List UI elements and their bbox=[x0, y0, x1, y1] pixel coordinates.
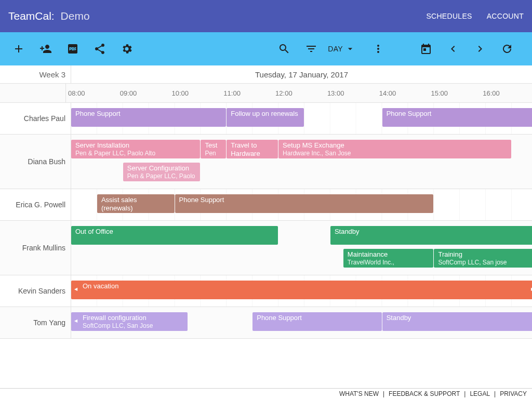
event-title: Phone Support bbox=[387, 110, 532, 118]
event[interactable]: TrainingSoftComp LLC, San jose bbox=[434, 249, 532, 268]
event[interactable]: Server InstallationPen & Paper LLC, Paol… bbox=[71, 140, 200, 158]
prev-button[interactable] bbox=[443, 38, 463, 59]
footer-whats-new[interactable]: WHAT'S NEW bbox=[339, 390, 379, 397]
view-label: DAY bbox=[328, 45, 343, 53]
date-label: Tuesday, 17 January, 2017 bbox=[71, 65, 532, 83]
event[interactable]: Phone Support bbox=[382, 108, 532, 127]
share-button[interactable] bbox=[89, 38, 110, 59]
footer-privacy[interactable]: PRIVACY bbox=[500, 390, 527, 397]
row-person-name: Tom Yang bbox=[0, 307, 71, 338]
time-label: 10:00 bbox=[170, 84, 189, 102]
person-add-icon bbox=[39, 43, 52, 55]
row-timeline[interactable]: Phone SupportFollow up on renewalsPhone … bbox=[71, 103, 532, 134]
add-person-button[interactable] bbox=[35, 38, 56, 59]
event[interactable]: MaintainanceTravelWorld Inc., bbox=[343, 249, 434, 268]
nav-schedules[interactable]: SCHEDULES bbox=[426, 12, 472, 20]
row-person-name: Frank Mullins bbox=[0, 221, 71, 275]
schedule-row: Diana BushServer InstallationPen & Paper… bbox=[0, 135, 532, 189]
event[interactable]: Phone Support bbox=[71, 108, 226, 127]
schedule-rows: Charles PaulPhone SupportFollow up on re… bbox=[0, 103, 532, 339]
export-pdf-button[interactable] bbox=[62, 38, 83, 59]
row-person-name: Kevin Sanders bbox=[0, 275, 71, 307]
filter-button[interactable] bbox=[301, 38, 322, 59]
event[interactable]: Firewall configurationSoftComp LLC, San … bbox=[71, 312, 188, 331]
search-button[interactable] bbox=[274, 38, 295, 59]
calendar-today-icon bbox=[420, 43, 432, 55]
event-title: Server Configuration bbox=[127, 164, 196, 172]
share-icon bbox=[94, 43, 106, 55]
event-subtitle: Hardware Inc., San Jose bbox=[283, 150, 507, 157]
chevron-left-icon bbox=[447, 43, 459, 55]
more-vert-icon bbox=[372, 43, 384, 55]
row-timeline[interactable]: Assist sales (renewals)Phone Support bbox=[71, 189, 532, 220]
add-button[interactable] bbox=[8, 38, 29, 59]
event[interactable]: Server ConfigurationPen & Paper LLC, Pao… bbox=[123, 163, 201, 181]
event-subtitle: SoftComp LLC, San Jose bbox=[83, 322, 183, 330]
event-title: Training bbox=[438, 250, 532, 259]
gear-icon bbox=[121, 43, 133, 55]
event[interactable]: Travel to Hardware bbox=[227, 140, 278, 158]
event-subtitle: SoftComp LLC, San jose bbox=[438, 259, 532, 267]
row-person-name: Charles Paul bbox=[0, 103, 71, 134]
event-title: Phone Support bbox=[75, 110, 222, 118]
event-title: Follow up on renewals bbox=[231, 110, 300, 118]
event-title: Assist sales (renewals) bbox=[101, 196, 170, 213]
event-title: Standby bbox=[387, 314, 532, 322]
row-person-name: Diana Bush bbox=[0, 135, 71, 189]
event-title: Setup MS Exchange bbox=[283, 141, 507, 150]
week-label: Week 3 bbox=[0, 65, 71, 83]
pdf-icon bbox=[66, 43, 79, 55]
row-timeline[interactable]: Out of OfficeStandbyMaintainanceTravelWo… bbox=[71, 221, 532, 275]
event-title: Maintainance bbox=[348, 250, 430, 259]
time-label: 08:00 bbox=[66, 84, 85, 102]
event[interactable]: TestPen bbox=[201, 140, 226, 158]
event[interactable]: Standby bbox=[330, 226, 532, 245]
event-title: Travel to Hardware bbox=[231, 141, 274, 158]
next-button[interactable] bbox=[470, 38, 490, 59]
footer-legal[interactable]: LEGAL bbox=[470, 390, 490, 397]
plus-icon bbox=[12, 43, 25, 55]
more-button[interactable] bbox=[368, 38, 389, 59]
event[interactable]: Setup MS ExchangeHardware Inc., San Jose bbox=[278, 140, 511, 158]
time-label: 09:00 bbox=[118, 84, 137, 102]
settings-button[interactable] bbox=[116, 38, 137, 59]
refresh-button[interactable] bbox=[497, 38, 517, 59]
event[interactable]: Out of Office bbox=[71, 226, 278, 245]
event[interactable]: Follow up on renewals bbox=[227, 108, 304, 127]
time-label: 14:00 bbox=[377, 84, 396, 102]
row-timeline[interactable]: Firewall configurationSoftComp LLC, San … bbox=[71, 307, 532, 338]
time-label: 16:00 bbox=[481, 84, 500, 102]
row-timeline[interactable]: On vacation bbox=[71, 275, 532, 307]
event[interactable]: Phone Support bbox=[175, 194, 434, 213]
footer-feedback[interactable]: FEEDBACK & SUPPORT bbox=[389, 390, 460, 397]
refresh-icon bbox=[501, 43, 513, 55]
app-subtitle: Demo bbox=[61, 10, 90, 22]
event[interactable]: Assist sales (renewals) bbox=[97, 194, 175, 213]
topbar: TeamCal: Demo SCHEDULES ACCOUNT bbox=[0, 0, 532, 32]
date-header: Week 3 Tuesday, 17 January, 2017 bbox=[0, 65, 532, 84]
schedule-row: Charles PaulPhone SupportFollow up on re… bbox=[0, 103, 532, 135]
event-title: Phone Support bbox=[257, 314, 377, 322]
schedule-row: Frank MullinsOut of OfficeStandbyMaintai… bbox=[0, 221, 532, 275]
event[interactable]: On vacation bbox=[71, 281, 532, 299]
chevron-right-icon bbox=[474, 43, 486, 55]
event-title: Phone Support bbox=[179, 196, 430, 204]
row-person-name: Erica G. Powell bbox=[0, 189, 71, 220]
filter-icon bbox=[305, 43, 317, 55]
event-title: Standby bbox=[335, 228, 532, 236]
nav-account[interactable]: ACCOUNT bbox=[487, 12, 524, 20]
schedule-row: Kevin SandersOn vacation bbox=[0, 275, 532, 307]
time-label: 15:00 bbox=[429, 84, 448, 102]
event-subtitle: TravelWorld Inc., bbox=[348, 259, 430, 267]
event-subtitle: Pen bbox=[205, 150, 222, 157]
event[interactable]: Standby bbox=[382, 312, 532, 331]
row-timeline[interactable]: Server InstallationPen & Paper LLC, Paol… bbox=[71, 135, 532, 189]
event-subtitle: Pen & Paper LLC, Paolo Alto bbox=[75, 150, 196, 157]
today-button[interactable] bbox=[416, 38, 436, 59]
schedule-row: Erica G. PowellAssist sales (renewals)Ph… bbox=[0, 189, 532, 221]
event-subtitle: Pen & Paper LLC, Paolo bbox=[127, 172, 196, 180]
brand: TeamCal: Demo bbox=[8, 10, 90, 22]
time-axis: 08:0009:0010:0011:0012:0013:0014:0015:00… bbox=[0, 84, 532, 103]
event[interactable]: Phone Support bbox=[252, 312, 381, 331]
view-selector[interactable]: DAY bbox=[328, 44, 355, 54]
